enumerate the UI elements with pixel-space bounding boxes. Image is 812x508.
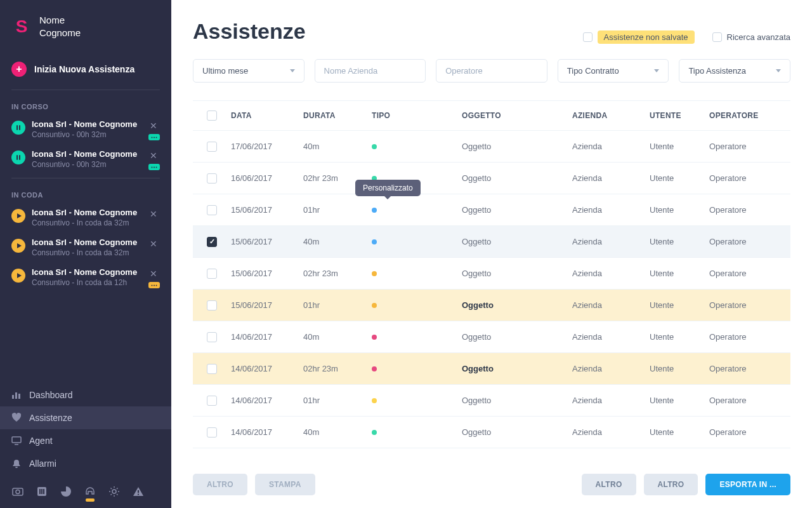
row-checkbox[interactable] bbox=[207, 332, 217, 342]
advanced-search-label: Ricerca avanzata bbox=[727, 32, 790, 42]
list-icon[interactable] bbox=[36, 485, 48, 498]
table-row[interactable]: 14/06/2017 40m Oggetto Azienda Utente Op… bbox=[193, 417, 790, 448]
more-icon[interactable] bbox=[148, 164, 160, 170]
nav-assistenze[interactable]: Assistenze bbox=[0, 406, 171, 429]
filter-unsaved-checkbox[interactable]: Assistenze non salvate bbox=[583, 30, 695, 44]
filter-company-input[interactable]: Nome Azienda bbox=[315, 59, 426, 83]
svg-rect-10 bbox=[15, 392, 17, 399]
heart-icon bbox=[11, 413, 22, 423]
type-tooltip: Personalizzato bbox=[355, 180, 421, 196]
select-all-checkbox[interactable] bbox=[207, 110, 217, 121]
stampa-button[interactable]: STAMPA bbox=[255, 474, 315, 495]
cell-tipo bbox=[372, 396, 462, 405]
close-icon[interactable]: ✕ bbox=[147, 149, 160, 162]
filter-contract-select[interactable]: Tipo Contratto bbox=[558, 59, 669, 83]
filter-advanced-checkbox[interactable]: Ricerca avanzata bbox=[712, 32, 790, 42]
table-row[interactable]: 15/06/2017 40m Oggetto Azienda Utente Op… bbox=[193, 226, 790, 258]
svg-rect-22 bbox=[138, 494, 139, 495]
headset-icon[interactable] bbox=[84, 485, 96, 498]
assist-subtitle: Consuntivo - 00h 32m bbox=[32, 130, 141, 139]
gear-icon[interactable] bbox=[108, 485, 121, 498]
sidebar: S Nome Cognome + Inizia Nuova Assistenza… bbox=[0, 0, 171, 508]
table-row[interactable]: 15/06/2017 01hr Personalizzato Oggetto A… bbox=[193, 194, 790, 226]
row-checkbox[interactable] bbox=[207, 396, 217, 406]
altro-button-left[interactable]: ALTRO bbox=[193, 474, 247, 495]
esporta-button[interactable]: ESPORTA IN ... bbox=[705, 474, 790, 495]
type-dot-icon bbox=[372, 303, 377, 308]
assist-item-in-coda[interactable]: Icona Srl - Nome Cognome Consuntivo - In… bbox=[0, 203, 171, 232]
nav-allarmi[interactable]: Allarmi bbox=[0, 452, 171, 475]
table-row[interactable]: 16/06/2017 02hr 23m Oggetto Azienda Uten… bbox=[193, 163, 790, 194]
close-icon[interactable]: ✕ bbox=[147, 237, 160, 250]
cell-utente: Utente bbox=[650, 364, 709, 373]
play-icon[interactable] bbox=[11, 209, 25, 223]
pause-icon[interactable] bbox=[11, 121, 25, 135]
close-icon[interactable]: ✕ bbox=[147, 119, 160, 132]
checkbox-icon bbox=[583, 32, 593, 42]
filter-assist-type-select[interactable]: Tipo Assistenza bbox=[679, 59, 790, 83]
altro-button-right-2[interactable]: ALTRO bbox=[644, 474, 698, 495]
svg-rect-17 bbox=[39, 489, 41, 494]
table-row[interactable]: 14/06/2017 40m Oggetto Azienda Utente Op… bbox=[193, 321, 790, 353]
alert-icon[interactable] bbox=[132, 485, 145, 498]
more-icon[interactable] bbox=[148, 134, 160, 140]
row-checkbox[interactable] bbox=[207, 269, 217, 279]
nav-dashboard[interactable]: Dashboard bbox=[0, 384, 171, 406]
close-icon[interactable]: ✕ bbox=[147, 267, 160, 280]
close-icon[interactable]: ✕ bbox=[147, 208, 160, 220]
filter-operator-input[interactable]: Operatore bbox=[436, 59, 547, 83]
checkbox-icon bbox=[712, 32, 722, 42]
row-checkbox[interactable] bbox=[207, 427, 217, 438]
table-row[interactable]: 14/06/2017 02hr 23m Oggetto Azienda Uten… bbox=[193, 353, 790, 385]
play-icon[interactable] bbox=[11, 269, 25, 283]
table-row[interactable]: 14/06/2017 01hr Oggetto Azienda Utente O… bbox=[193, 385, 790, 417]
table-row[interactable]: 15/06/2017 01hr Oggetto Azienda Utente O… bbox=[193, 290, 790, 321]
new-assist-button[interactable]: + Inizia Nuova Assistenza bbox=[0, 53, 171, 86]
nav-agent[interactable]: Agent bbox=[0, 429, 171, 452]
cell-utente: Utente bbox=[650, 427, 709, 437]
row-checkbox[interactable] bbox=[207, 300, 217, 311]
svg-point-1 bbox=[154, 137, 155, 138]
assist-item-in-corso[interactable]: Icona Srl - Nome Cognome Consuntivo - 00… bbox=[0, 144, 171, 174]
cell-azienda: Azienda bbox=[572, 173, 650, 183]
table-row[interactable]: 17/06/2017 40m Oggetto Azienda Utente Op… bbox=[193, 131, 790, 163]
more-icon[interactable] bbox=[148, 282, 160, 288]
cell-operatore: Operatore bbox=[709, 332, 773, 342]
altro-button-right-1[interactable]: ALTRO bbox=[582, 474, 636, 495]
main-content: Assistenze Assistenze non salvate Ricerc… bbox=[171, 0, 812, 508]
assist-item-in-corso[interactable]: Icona Srl - Nome Cognome Consuntivo - 00… bbox=[0, 114, 171, 144]
pie-icon[interactable] bbox=[60, 485, 72, 498]
type-dot-icon bbox=[372, 208, 377, 213]
bar-chart-icon bbox=[11, 390, 22, 400]
row-checkbox[interactable] bbox=[207, 173, 217, 184]
col-data: DATA bbox=[231, 111, 303, 120]
svg-point-5 bbox=[156, 166, 157, 168]
cell-durata: 02hr 23m bbox=[303, 269, 372, 278]
nav-assistenze-label: Assistenze bbox=[29, 413, 72, 423]
svg-rect-21 bbox=[138, 490, 139, 493]
pause-icon[interactable] bbox=[11, 150, 25, 164]
row-checkbox[interactable] bbox=[207, 237, 217, 247]
assist-item-in-coda[interactable]: Icona Srl - Nome Cognome Consuntivo - In… bbox=[0, 262, 171, 292]
assist-item-in-coda[interactable]: Icona Srl - Nome Cognome Consuntivo - In… bbox=[0, 232, 171, 262]
assist-title: Icona Srl - Nome Cognome bbox=[32, 267, 141, 277]
svg-point-0 bbox=[152, 137, 153, 138]
filter-period-select[interactable]: Ultimo mese bbox=[193, 59, 304, 83]
cell-azienda: Azienda bbox=[572, 237, 650, 246]
svg-rect-14 bbox=[13, 488, 23, 495]
row-checkbox[interactable] bbox=[207, 364, 217, 374]
cell-oggetto: Oggetto bbox=[462, 142, 572, 151]
table-row[interactable]: 15/06/2017 02hr 23m Oggetto Azienda Uten… bbox=[193, 258, 790, 290]
row-checkbox[interactable] bbox=[207, 142, 217, 152]
camera-icon[interactable] bbox=[11, 485, 24, 498]
cell-operatore: Operatore bbox=[709, 364, 773, 373]
app-logo: S bbox=[11, 17, 32, 37]
new-assist-label: Inizia Nuova Assistenza bbox=[34, 64, 134, 74]
cell-utente: Utente bbox=[650, 269, 709, 278]
cell-oggetto: Oggetto bbox=[462, 300, 572, 310]
cell-tipo bbox=[372, 269, 462, 278]
svg-rect-11 bbox=[18, 394, 20, 399]
play-icon[interactable] bbox=[11, 239, 25, 253]
cell-azienda: Azienda bbox=[572, 364, 650, 373]
row-checkbox[interactable] bbox=[207, 205, 217, 215]
